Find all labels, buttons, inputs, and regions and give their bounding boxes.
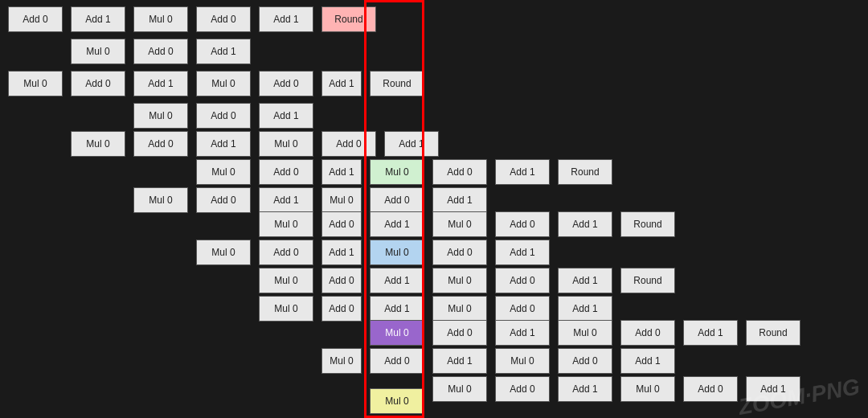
- cell-45: Mul 0: [196, 240, 251, 265]
- cell-35: Mul 0: [321, 187, 362, 213]
- cell-7: Add 0: [133, 39, 188, 64]
- cell-73: Add 1: [432, 348, 487, 374]
- cell-54: Mul 0: [432, 268, 487, 293]
- cell-64: Mul 0: [370, 320, 424, 346]
- cell-32: Mul 0: [133, 187, 188, 213]
- cell-80: Mul 0: [620, 376, 675, 402]
- cell-3: Add 0: [196, 6, 251, 32]
- cell-18: Add 1: [259, 103, 313, 129]
- cell-25: Mul 0: [196, 159, 251, 185]
- cell-60: Add 1: [370, 296, 424, 322]
- cell-8: Add 1: [196, 39, 251, 64]
- cell-72: Add 0: [370, 348, 424, 374]
- cell-24: Add 1: [384, 131, 439, 157]
- cell-13: Add 0: [259, 71, 313, 96]
- cell-59: Add 0: [321, 296, 362, 322]
- cell-63: Add 1: [558, 296, 612, 322]
- cell-14: Add 1: [321, 71, 362, 96]
- cell-51: Mul 0: [259, 268, 313, 293]
- cell-46: Add 0: [259, 240, 313, 265]
- cell-19: Mul 0: [71, 131, 125, 157]
- cell-58: Mul 0: [259, 296, 313, 322]
- cell-71: Mul 0: [321, 348, 362, 374]
- cell-48: Mul 0: [370, 240, 424, 265]
- cell-67: Mul 0: [558, 320, 612, 346]
- cell-40: Add 1: [370, 211, 424, 237]
- cell-17: Add 0: [196, 103, 251, 129]
- cell-26: Add 0: [259, 159, 313, 185]
- cell-56: Add 1: [558, 268, 612, 293]
- cell-9: Mul 0: [8, 71, 63, 96]
- cell-38: Mul 0: [259, 211, 313, 237]
- cell-16: Mul 0: [133, 103, 188, 129]
- cell-43: Add 1: [558, 211, 612, 237]
- cell-62: Add 0: [495, 296, 550, 322]
- cell-41: Mul 0: [432, 211, 487, 237]
- cell-30: Add 1: [495, 159, 550, 185]
- canvas: Add 0Add 1Mul 0Add 0Add 1RoundMul 0Add 0…: [0, 0, 868, 418]
- cell-12: Mul 0: [196, 71, 251, 96]
- cell-37: Add 1: [432, 187, 487, 213]
- cell-66: Add 1: [495, 320, 550, 346]
- cell-27: Add 1: [321, 159, 362, 185]
- cell-21: Add 1: [196, 131, 251, 157]
- cell-77: Mul 0: [432, 376, 487, 402]
- cell-55: Add 0: [495, 268, 550, 293]
- cell-10: Add 0: [71, 71, 125, 96]
- cell-81: Add 0: [683, 376, 738, 402]
- cell-69: Add 1: [683, 320, 738, 346]
- cell-1: Add 1: [71, 6, 125, 32]
- cell-61: Mul 0: [432, 296, 487, 322]
- cell-70: Round: [746, 320, 800, 346]
- cell-23: Add 0: [321, 131, 376, 157]
- cell-2: Mul 0: [133, 6, 188, 32]
- cell-47: Add 1: [321, 240, 362, 265]
- cell-39: Add 0: [321, 211, 362, 237]
- cell-49: Add 0: [432, 240, 487, 265]
- cell-29: Add 0: [432, 159, 487, 185]
- cell-34: Add 1: [259, 187, 313, 213]
- cell-31: Round: [558, 159, 612, 185]
- cell-79: Add 1: [558, 376, 612, 402]
- cell-75: Add 0: [558, 348, 612, 374]
- cell-4: Add 1: [259, 6, 313, 32]
- cell-15: Round: [370, 71, 424, 96]
- cell-36: Add 0: [370, 187, 424, 213]
- cell-6: Mul 0: [71, 39, 125, 64]
- cell-11: Add 1: [133, 71, 188, 96]
- cell-76: Add 1: [620, 348, 675, 374]
- cell-44: Round: [620, 211, 675, 237]
- cell-5: Round: [321, 6, 376, 32]
- cell-22: Mul 0: [259, 131, 313, 157]
- cell-20: Add 0: [133, 131, 188, 157]
- cell-28: Mul 0: [370, 159, 424, 185]
- cell-78: Add 0: [495, 376, 550, 402]
- cell-0: Add 0: [8, 6, 63, 32]
- cell-83: Mul 0: [370, 388, 424, 414]
- cell-50: Add 1: [495, 240, 550, 265]
- cell-53: Add 1: [370, 268, 424, 293]
- cell-57: Round: [620, 268, 675, 293]
- cell-42: Add 0: [495, 211, 550, 237]
- cell-52: Add 0: [321, 268, 362, 293]
- cell-68: Add 0: [620, 320, 675, 346]
- cell-74: Mul 0: [495, 348, 550, 374]
- cell-33: Add 0: [196, 187, 251, 213]
- cell-65: Add 0: [432, 320, 487, 346]
